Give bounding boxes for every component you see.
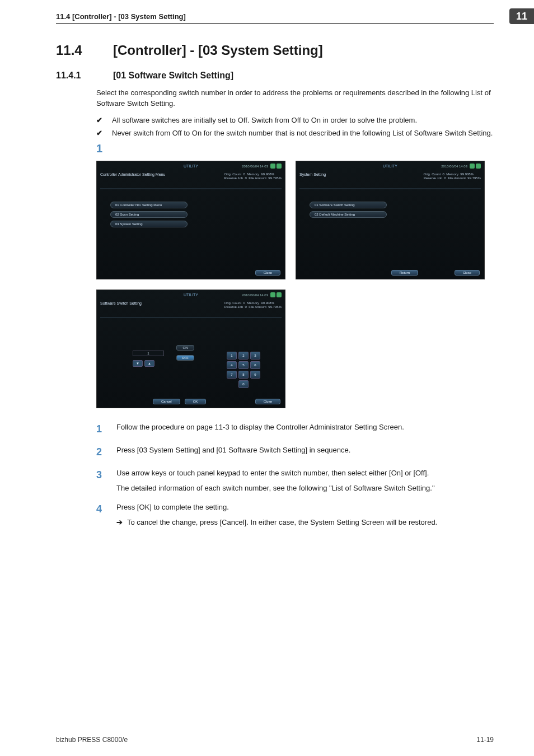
stats-label: Orig. Count bbox=[424, 172, 441, 176]
screen-title: System Setting bbox=[299, 172, 326, 176]
help-icon bbox=[277, 292, 282, 297]
ok-button[interactable]: OK bbox=[185, 399, 207, 404]
subsection-title: [01 Software Switch Setting] bbox=[113, 71, 233, 81]
check-icon: ✔ bbox=[96, 128, 104, 139]
close-button[interactable]: Close bbox=[255, 270, 280, 276]
keypad-1[interactable]: 1 bbox=[227, 352, 237, 360]
menu-item-software-switch[interactable]: 01 Software Switch Setting bbox=[310, 202, 387, 208]
stats-value: 0 bbox=[443, 172, 444, 176]
intro-paragraph: Select the corresponding switch number i… bbox=[96, 88, 494, 109]
keypad-0[interactable]: 0 bbox=[238, 380, 249, 388]
screen-stats: Orig. Count 0 Memory 99.908% Reserve Job… bbox=[224, 172, 282, 181]
stats-value: 99.795% bbox=[268, 305, 282, 309]
step-text: Press [OK] to complete the setting. bbox=[116, 503, 229, 511]
stats-label: Reserve Job bbox=[424, 176, 443, 180]
screen-status-icons bbox=[470, 164, 481, 169]
step-text: Follow the procedure on page 11-3 to dis… bbox=[116, 423, 404, 431]
menu-item-nic-setting[interactable]: 01 Controller NIC Setting Menu bbox=[110, 202, 188, 208]
check-text: Never switch from Off to On for the swit… bbox=[112, 128, 493, 139]
step-number: 4 bbox=[96, 502, 106, 528]
check-icon: ✔ bbox=[96, 115, 104, 126]
check-item: ✔ All software switches are initially se… bbox=[96, 115, 494, 126]
stats-value: 99.795% bbox=[467, 176, 481, 180]
stats-value: 99.795% bbox=[268, 176, 282, 180]
status-icon bbox=[270, 292, 275, 297]
step-result: To cancel the change, press [Cancel]. In… bbox=[127, 517, 437, 528]
step-text: Use arrow keys or touch panel keypad to … bbox=[116, 469, 429, 477]
menu-item-system-setting[interactable]: 03 System Setting bbox=[110, 221, 188, 227]
stats-value: 0 bbox=[245, 305, 247, 309]
stats-label: Memory bbox=[247, 301, 259, 305]
screen-stats: Orig. Count 0 Memory 99.908% Reserve Job… bbox=[424, 172, 481, 181]
stats-value: 0 bbox=[243, 172, 245, 176]
stats-value: 99.908% bbox=[261, 172, 274, 176]
return-button[interactable]: Return bbox=[391, 270, 418, 276]
stats-label: Reserve Job bbox=[224, 305, 243, 309]
keypad-3[interactable]: 3 bbox=[250, 352, 260, 360]
check-item: ✔ Never switch from Off to On for the sw… bbox=[96, 128, 494, 139]
screen-menu: 01 Controller NIC Setting Menu 02 Scan S… bbox=[110, 202, 188, 227]
stats-label: Orig. Count bbox=[224, 301, 242, 305]
screen-datetime: 2010/06/04 14:03 bbox=[242, 293, 268, 297]
stats-label: Memory bbox=[247, 172, 259, 176]
numbered-steps: 1 Follow the procedure on page 11-3 to d… bbox=[96, 422, 494, 528]
keypad-2[interactable]: 2 bbox=[238, 352, 249, 360]
screen-status-icons bbox=[270, 164, 282, 169]
stats-label: File Amount bbox=[249, 305, 266, 309]
keypad-8[interactable]: 8 bbox=[238, 371, 249, 379]
step-item: 2 Press [03 System Setting] and [01 Soft… bbox=[96, 445, 494, 460]
section-heading: 11.4 [Controller] - [03 System Setting] bbox=[56, 43, 494, 58]
stats-value: 99.908% bbox=[460, 172, 474, 176]
keypad-6[interactable]: 6 bbox=[250, 361, 260, 369]
help-icon bbox=[476, 164, 481, 169]
check-list: ✔ All software switches are initially se… bbox=[96, 115, 494, 139]
screen-utility-label: UTILITY bbox=[184, 293, 198, 297]
off-button[interactable]: OFF bbox=[176, 355, 194, 361]
keypad-7[interactable]: 7 bbox=[227, 371, 237, 379]
screen-title: Software Switch Setting bbox=[100, 301, 142, 305]
arrow-up-button[interactable]: ▲ bbox=[144, 360, 154, 367]
stats-label: Orig. Count bbox=[224, 172, 242, 176]
screenshot-system-setting: UTILITY 2010/06/04 14:03 System Setting … bbox=[296, 161, 485, 279]
page-footer: bizhub PRESS C8000/e 11-19 bbox=[56, 736, 494, 744]
menu-item-default-machine[interactable]: 02 Default Machine Setting bbox=[310, 211, 387, 218]
screen-stats: Orig. Count 0 Memory 99.908% Reserve Job… bbox=[224, 301, 282, 310]
procedure-step-marker: 1 bbox=[96, 142, 494, 155]
screen-datetime: 2010/06/04 14:03 bbox=[242, 165, 268, 168]
step-item: 1 Follow the procedure on page 11-3 to d… bbox=[96, 422, 494, 437]
stats-label: Reserve Job bbox=[224, 176, 243, 180]
numeric-keypad: 1 2 3 4 5 6 7 8 9 0 bbox=[227, 352, 260, 388]
cancel-button[interactable]: Cancel bbox=[153, 399, 180, 404]
footer-page-number: 11-19 bbox=[476, 736, 494, 744]
subsection-number: 11.4.1 bbox=[56, 71, 96, 81]
stats-value: 0 bbox=[444, 176, 446, 180]
running-header-text: 11.4 [Controller] - [03 System Setting] bbox=[56, 12, 186, 21]
step-number: 2 bbox=[96, 445, 106, 460]
screenshot-gallery: UTILITY 2010/06/04 14:03 Controller Admi… bbox=[96, 161, 494, 408]
keypad-9[interactable]: 9 bbox=[250, 371, 260, 379]
step-item: 3 Use arrow keys or touch panel keypad t… bbox=[96, 468, 494, 494]
chapter-badge: 11 bbox=[509, 8, 534, 24]
section-number: 11.4 bbox=[56, 43, 96, 58]
running-header: 11.4 [Controller] - [03 System Setting] bbox=[56, 12, 494, 24]
switch-number-input[interactable]: 1 bbox=[133, 351, 164, 356]
footer-product: bizhub PRESS C8000/e bbox=[56, 736, 128, 744]
status-icon bbox=[270, 164, 275, 169]
screen-menu: 01 Software Switch Setting 02 Default Ma… bbox=[310, 202, 387, 218]
arrow-down-button[interactable]: ▼ bbox=[133, 360, 143, 367]
status-icon bbox=[470, 164, 475, 169]
close-button[interactable]: Close bbox=[455, 270, 480, 276]
screenshot-admin-menu: UTILITY 2010/06/04 14:03 Controller Admi… bbox=[96, 161, 285, 279]
arrow-icon: ➔ bbox=[116, 517, 123, 528]
check-text: All software switches are initially set … bbox=[112, 115, 417, 126]
step-item: 4 Press [OK] to complete the setting. ➔ … bbox=[96, 502, 494, 528]
keypad-4[interactable]: 4 bbox=[227, 361, 237, 369]
close-button[interactable]: Close bbox=[255, 399, 280, 404]
keypad-5[interactable]: 5 bbox=[238, 361, 249, 369]
on-button[interactable]: ON bbox=[176, 345, 194, 351]
menu-item-scan-setting[interactable]: 02 Scan Setting bbox=[110, 211, 188, 218]
screen-title: Controller Administrator Setting Menu bbox=[100, 172, 165, 176]
stats-label: Memory bbox=[446, 172, 458, 176]
stats-value: 0 bbox=[243, 301, 245, 305]
step-number: 3 bbox=[96, 468, 106, 494]
